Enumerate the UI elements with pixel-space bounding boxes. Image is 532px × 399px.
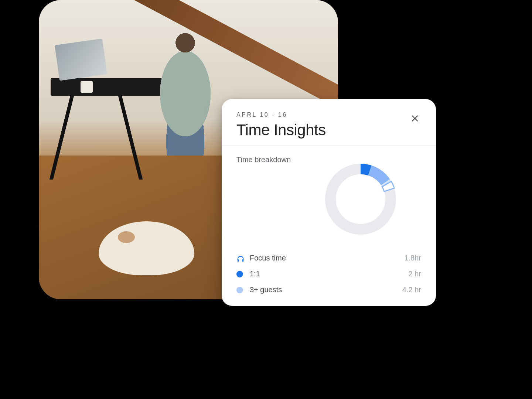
legend-swatch: [236, 271, 243, 277]
legend-swatch: [236, 287, 243, 293]
date-range: APRL 10 - 16: [236, 112, 326, 118]
legend-value: 2 hr: [409, 270, 421, 278]
legend-label: 1:1: [250, 270, 402, 278]
legend-value: 1.8hr: [404, 254, 421, 262]
close-icon: [410, 113, 420, 123]
legend-row: 1:12 hr: [236, 270, 421, 278]
svg-rect-1: [242, 259, 244, 261]
legend-label: 3+ guests: [250, 286, 396, 294]
time-breakdown-donut: [316, 155, 405, 243]
headphones-icon: [236, 255, 243, 262]
section-label: Time breakdown: [236, 155, 291, 165]
time-insights-card: APRL 10 - 16 Time Insights Time breakdow…: [222, 99, 436, 306]
card-title: Time Insights: [236, 121, 326, 139]
legend: Focus time1.8hr1:12 hr3+ guests4.2 hr: [236, 254, 421, 294]
svg-rect-0: [238, 259, 239, 261]
legend-value: 4.2 hr: [402, 286, 421, 294]
divider: [222, 146, 436, 146]
legend-label: Focus time: [250, 254, 398, 262]
legend-row: Focus time1.8hr: [236, 254, 421, 262]
close-button[interactable]: [409, 112, 421, 124]
legend-row: 3+ guests4.2 hr: [236, 286, 421, 294]
